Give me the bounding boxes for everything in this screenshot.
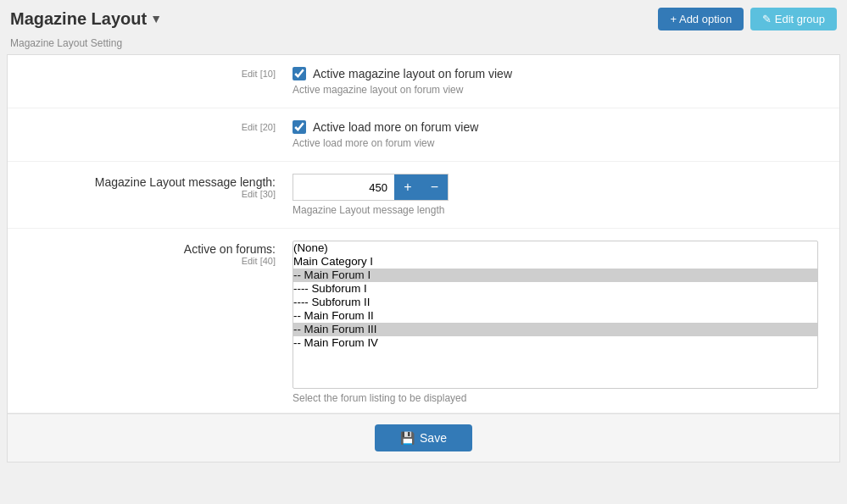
edit-link-40[interactable]: Edit [40] xyxy=(21,256,276,266)
save-icon: 💾 xyxy=(400,431,415,445)
title-dropdown-arrow[interactable]: ▼ xyxy=(150,12,162,25)
form-row-2: Edit [20] Active load more on forum view… xyxy=(8,108,839,162)
forums-select[interactable]: (None)Main Category I-- Main Forum I----… xyxy=(293,241,818,389)
active-magazine-desc: Active magazine layout on forum view xyxy=(293,84,826,96)
active-magazine-checkbox[interactable] xyxy=(293,67,306,80)
field-col-1: Active magazine layout on forum view Act… xyxy=(293,67,826,96)
active-load-more-desc: Active load more on forum view xyxy=(293,137,826,149)
header: Magazine Layout ▼ + Add option ✎ Edit gr… xyxy=(0,0,847,37)
page-subtitle: Magazine Layout Setting xyxy=(0,37,847,54)
message-length-desc: Magazine Layout message length xyxy=(293,204,826,216)
active-forums-label: Active on forums: xyxy=(184,242,276,256)
active-load-more-checkbox[interactable] xyxy=(293,120,306,134)
edit-link-30[interactable]: Edit [30] xyxy=(21,189,276,199)
page-title-text: Magazine Layout xyxy=(10,9,147,29)
select-list-container: (None)Main Category I-- Main Forum I----… xyxy=(293,241,818,389)
save-label: Save xyxy=(420,431,447,445)
checkbox-row-1: Active magazine layout on forum view xyxy=(293,67,826,80)
main-content: Edit [10] Active magazine layout on foru… xyxy=(7,54,840,462)
field-col-2: Active load more on forum view Active lo… xyxy=(293,120,826,149)
save-row: 💾 Save xyxy=(8,413,839,462)
increment-button[interactable]: + xyxy=(394,174,421,201)
label-col-1: Edit [10] xyxy=(21,67,293,79)
page-title: Magazine Layout ▼ xyxy=(10,9,162,29)
label-col-2: Edit [20] xyxy=(21,120,293,132)
add-option-button[interactable]: + Add option xyxy=(658,8,744,30)
edit-link-20[interactable]: Edit [20] xyxy=(21,122,276,132)
form-row-4: Active on forums: Edit [40] (None)Main C… xyxy=(8,229,839,413)
message-length-label: Magazine Layout message length: xyxy=(95,175,276,189)
field-col-4: (None)Main Category I-- Main Forum I----… xyxy=(293,241,826,404)
number-input-row: 450 + − xyxy=(293,174,826,201)
decrement-button[interactable]: − xyxy=(421,174,449,201)
label-col-4: Active on forums: Edit [40] xyxy=(21,241,293,266)
edit-group-button[interactable]: ✎ Edit group xyxy=(750,8,837,30)
forums-desc: Select the forum listing to be displayed xyxy=(293,392,826,404)
field-col-3: 450 + − Magazine Layout message length xyxy=(293,174,826,216)
message-length-input[interactable]: 450 xyxy=(293,174,394,201)
form-row-1: Edit [10] Active magazine layout on foru… xyxy=(8,55,839,108)
header-buttons: + Add option ✎ Edit group xyxy=(658,8,837,30)
active-load-more-label: Active load more on forum view xyxy=(313,120,478,134)
checkbox-row-2: Active load more on forum view xyxy=(293,120,826,134)
active-magazine-label: Active magazine layout on forum view xyxy=(313,67,512,80)
edit-link-10[interactable]: Edit [10] xyxy=(21,69,276,79)
label-col-3: Magazine Layout message length: Edit [30… xyxy=(21,174,293,199)
form-row-3: Magazine Layout message length: Edit [30… xyxy=(8,162,839,229)
save-button[interactable]: 💾 Save xyxy=(375,424,472,451)
